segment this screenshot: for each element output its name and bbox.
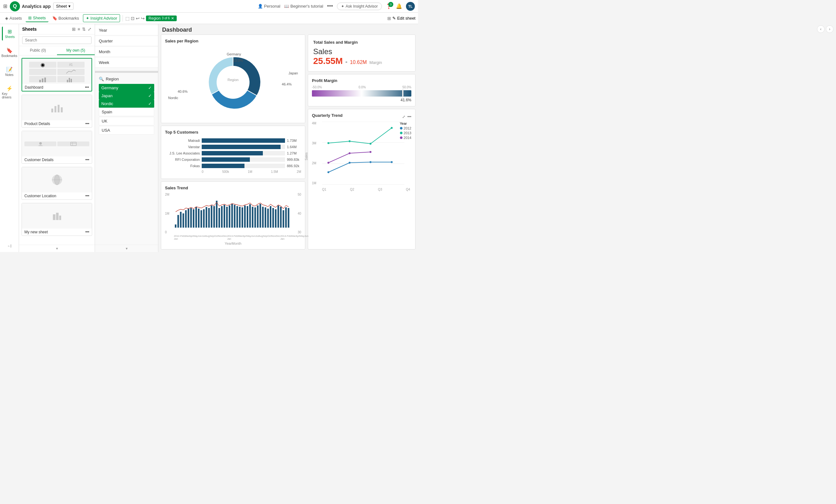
sheet-card-name-3: Customer Details [24,158,54,162]
svg-rect-44 [231,204,233,228]
tab-public[interactable]: Public (0) [19,46,57,55]
filter-month[interactable]: Month [95,47,158,57]
grid-view-toggle[interactable]: ⊞ [72,26,76,32]
filter-option-spain[interactable]: Spain [99,108,154,116]
tutorial-link[interactable]: 📖 Beginner's tutorial [284,4,323,8]
sheet-card-menu[interactable]: ••• [85,85,89,90]
profit-margin-title: Profit Margin [312,78,411,83]
sheet-card-footer-4: Customer Location ••• [22,193,92,199]
grid-view-icon[interactable]: ⊞ [387,16,391,21]
sidebar-item-sheets[interactable]: ⊞ Sheets [2,26,17,40]
assets-tab[interactable]: ◈ Assets [2,15,24,22]
svg-rect-9 [61,107,63,112]
svg-rect-61 [275,209,277,228]
more-menu[interactable]: ••• [327,3,333,9]
app-name: Analytics app [22,4,51,9]
filter-option-uk[interactable]: UK [99,117,154,125]
sheet-card-menu-2[interactable]: ••• [85,121,89,126]
quarterly-actions: ⤢ ••• [402,115,411,119]
sheet-dropdown[interactable]: Sheet ▾ [53,2,74,10]
bar-fill-3 [202,157,250,162]
list-view-toggle[interactable]: ≡ [78,26,80,32]
bell-icon[interactable]: 🔔 [396,3,402,9]
svg-rect-53 [254,207,256,228]
sort-sheets-icon[interactable]: ⇅ [82,26,86,32]
insight-advisor-tab[interactable]: ✦ Insight Advisor [83,14,120,22]
resize-handle[interactable] [95,71,158,73]
user-avatar[interactable]: TL [406,2,415,11]
svg-rect-45 [234,205,235,228]
filter-quarter[interactable]: Quarter [95,36,158,46]
svg-rect-22 [175,225,176,228]
donut-chart-svg: Region [198,47,268,117]
filter-option-japan[interactable]: Japan ✓ [99,92,154,100]
expand-sheets-icon[interactable]: ⤢ [88,26,92,32]
back-icon[interactable]: ↩ [136,16,140,21]
region-filter-badge[interactable]: Region 3 of 6 ✕ [146,16,177,21]
sheets-tabs: Public (0) My own (5) [19,46,95,55]
expand-quarterly-icon[interactable]: ⤢ [402,115,405,119]
forward-icon[interactable]: ↪ [141,16,145,21]
bookmarks-tab[interactable]: 🔖 Bookmarks [50,15,82,22]
scroll-down-indicator[interactable]: ▾ [19,245,95,252]
bar-value-4: 886.92k [287,164,301,168]
filter-option-nordic[interactable]: Nordic ✓ [99,100,154,108]
sheet-card-dashboard[interactable]: ◉ #1 [21,58,92,92]
sheet-card-menu-5[interactable]: ••• [85,230,89,234]
qlik-logo: Q [10,1,20,12]
bar-row-jslee: J.S. Lee Associates 1.27M [165,151,301,155]
total-sales-title: Total Sales and Margin [313,40,410,45]
svg-rect-62 [278,206,279,228]
quarterly-x-axis: Q1 Q2 Q3 Q4 [322,188,410,191]
sheet-card-customer-details[interactable]: Customer Details ••• [21,131,92,164]
sheets-tab[interactable]: ⊞ Sheets [26,14,48,22]
sidebar-item-notes[interactable]: 📝 Notes [3,64,15,78]
sales-per-region-card: Sales per Region [161,35,305,123]
ask-insight-button[interactable]: ✦ Ask Insight Advisor [337,2,382,10]
sheet-card-product-details[interactable]: Product Details ••• [21,95,92,128]
sidebar-collapse-button[interactable]: ←| [5,242,13,250]
sidebar-item-key-drivers[interactable]: ⚡ Key drivers [0,83,19,101]
filter-option-germany[interactable]: Germany ✓ [99,84,154,92]
left-column: Sales per Region [161,35,305,250]
svg-rect-39 [218,208,220,228]
sales-trend-x-axis: 2012-JanFebMarAprMayJunJulAugSepOctNovDe… [174,235,292,240]
profit-margin-value: 41.6% [312,98,411,102]
selection-tool-icon[interactable]: ⬚ [126,16,130,21]
edit-sheet-button[interactable]: ✎ Edit sheet [392,16,416,21]
sheets-panel: Sheets ⊞ ≡ ⇅ ⤢ Public (0) My own (5) ◉ #… [19,24,95,252]
sheet-card-customer-location[interactable]: Customer Location ••• [21,167,92,200]
filter-option-usa[interactable]: USA [99,126,154,135]
svg-point-73 [369,161,372,163]
sales-per-region-title: Sales per Region [165,39,301,43]
sidebar-item-bookmarks[interactable]: 🔖 Bookmarks [0,45,19,59]
preview-cell-2: #1 [57,62,84,68]
filter-scroll-down[interactable]: ▾ [95,245,158,252]
tab-my-own[interactable]: My own (5) [57,46,95,55]
sheets-search-container [19,35,95,46]
sheet-card-body-3 [22,131,92,156]
profit-margin-scale: -50.0% 0.0% 50.0% [312,85,411,89]
filter-week[interactable]: Week [95,58,158,68]
svg-point-74 [391,161,393,163]
sales-trend-title: Sales Trend [165,186,301,190]
lasso-tool-icon[interactable]: ⊡ [131,16,135,21]
filter-year[interactable]: Year [95,25,158,36]
quarterly-menu[interactable]: ••• [407,115,411,119]
product-preview [22,95,92,120]
preview-cell-1: ◉ [29,62,56,68]
sheets-search-input[interactable] [22,36,92,44]
sheet-card-menu-4[interactable]: ••• [85,194,89,198]
svg-rect-0 [39,80,41,82]
sheet-card-new[interactable]: My new sheet ••• [21,203,92,236]
svg-rect-31 [198,209,200,228]
bar-value-1: 1.64M [287,145,301,149]
main-content: ‹ › Dashboard Sales per Region [158,24,418,252]
grid-icon[interactable]: ⊞ [3,3,7,9]
region-pct-nordic: 40.6% [178,90,188,93]
sheet-card-menu-3[interactable]: ••• [85,158,89,162]
bar-track-3 [202,157,285,162]
personal-link[interactable]: 👤 Personal [258,4,280,8]
region-label-germany: Germany [227,52,241,56]
preview-cell-5 [29,76,56,82]
